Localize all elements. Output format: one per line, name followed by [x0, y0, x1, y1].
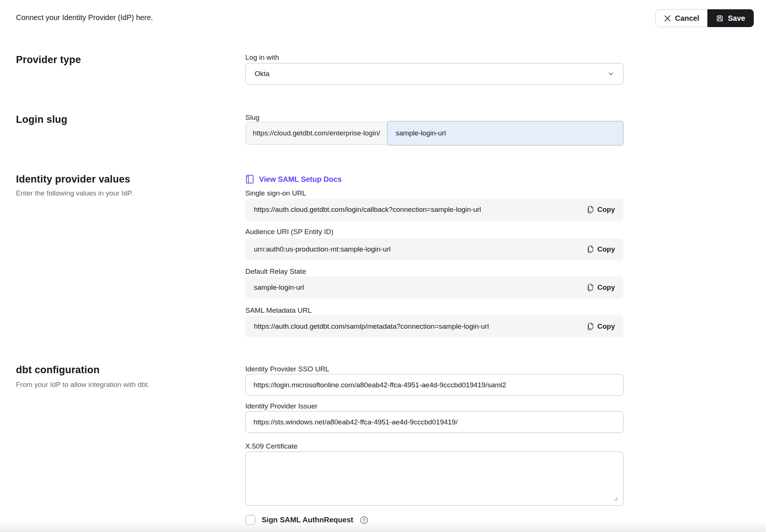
sso-url-readonly-value: https://auth.cloud.getdbt.com/login/call… — [254, 206, 586, 214]
sign-saml-checkbox[interactable] — [245, 515, 255, 525]
login-slug-heading: Login slug — [16, 114, 67, 125]
sso-url-readonly-field: https://auth.cloud.getdbt.com/login/call… — [245, 198, 623, 221]
page-title: Connect your Identity Provider (IdP) her… — [16, 13, 153, 22]
dbt-config-heading: dbt configuration — [16, 364, 99, 376]
slug-url-prefix: https://cloud.getdbt.com/enterprise-logi… — [245, 122, 387, 145]
copy-button-label: Copy — [598, 245, 615, 253]
idp-issuer-input[interactable] — [245, 411, 623, 433]
sign-saml-label: Sign SAML AuthnRequest — [262, 516, 353, 524]
login-with-select[interactable]: Okta — [245, 63, 623, 85]
dbt-config-subheading: From your IdP to allow integration with … — [16, 381, 150, 389]
copy-icon — [586, 322, 594, 331]
slug-input-group: https://cloud.getdbt.com/enterprise-logi… — [245, 122, 623, 145]
slug-input[interactable] — [387, 121, 623, 145]
saml-metadata-value: https://auth.cloud.getdbt.com/samlp/meta… — [254, 322, 586, 331]
copy-relay-state-button[interactable]: Copy — [586, 283, 615, 292]
save-button-label: Save — [728, 14, 745, 23]
saml-setup-docs-link[interactable]: View SAML Setup Docs — [245, 174, 342, 184]
slug-label: Slug — [245, 114, 259, 122]
book-icon — [245, 174, 254, 184]
copy-icon — [586, 283, 594, 292]
header-actions: Cancel Save — [655, 9, 754, 27]
idp-sso-url-input[interactable] — [245, 374, 623, 396]
copy-sso-url-button[interactable]: Copy — [586, 206, 615, 214]
audience-uri-field: urn:auth0:us-production-mt:sample-login-… — [245, 238, 623, 260]
copy-button-label: Copy — [598, 206, 615, 214]
copy-icon — [586, 245, 594, 253]
chevron-down-icon — [608, 70, 614, 77]
sign-saml-row: Sign SAML AuthnRequest — [245, 515, 369, 525]
idp-issuer-label: Identity Provider Issuer — [245, 402, 317, 410]
floppy-disk-icon — [716, 14, 724, 22]
audience-uri-label: Audience URI (SP Entity ID) — [245, 228, 333, 236]
x509-cert-label: X.509 Certificate — [245, 442, 297, 450]
x509-cert-textarea[interactable] — [245, 451, 623, 506]
saml-metadata-field: https://auth.cloud.getdbt.com/samlp/meta… — [245, 315, 623, 338]
saml-metadata-label: SAML Metadata URL — [245, 306, 312, 315]
copy-button-label: Copy — [598, 283, 615, 292]
copy-audience-uri-button[interactable]: Copy — [586, 245, 615, 253]
relay-state-value: sample-login-url — [254, 283, 586, 292]
copy-icon — [586, 206, 594, 214]
idp-values-heading: Identity provider values — [16, 174, 130, 185]
save-button[interactable]: Save — [707, 9, 754, 27]
login-with-label: Log in with — [245, 53, 279, 62]
copy-saml-metadata-button[interactable]: Copy — [586, 322, 615, 331]
idp-values-subheading: Enter the following values in your IdP. — [16, 189, 133, 197]
audience-uri-value: urn:auth0:us-production-mt:sample-login-… — [254, 245, 586, 253]
copy-button-label: Copy — [598, 322, 615, 331]
sso-settings-page: Connect your Identity Provider (IdP) her… — [0, 0, 766, 532]
relay-state-label: Default Relay State — [245, 267, 306, 276]
saml-setup-docs-link-label: View SAML Setup Docs — [259, 175, 342, 184]
login-with-selected-value: Okta — [255, 70, 269, 78]
cancel-button[interactable]: Cancel — [655, 9, 708, 27]
question-circle-icon[interactable] — [360, 516, 369, 525]
bottom-scroll-fade — [0, 522, 766, 532]
cancel-button-label: Cancel — [675, 14, 700, 23]
idp-sso-url-label: Identity Provider SSO URL — [245, 365, 329, 373]
sso-url-readonly-label: Single sign-on URL — [245, 189, 306, 197]
close-icon — [664, 15, 671, 22]
relay-state-field: sample-login-url Copy — [245, 276, 623, 299]
provider-type-heading: Provider type — [16, 54, 81, 66]
